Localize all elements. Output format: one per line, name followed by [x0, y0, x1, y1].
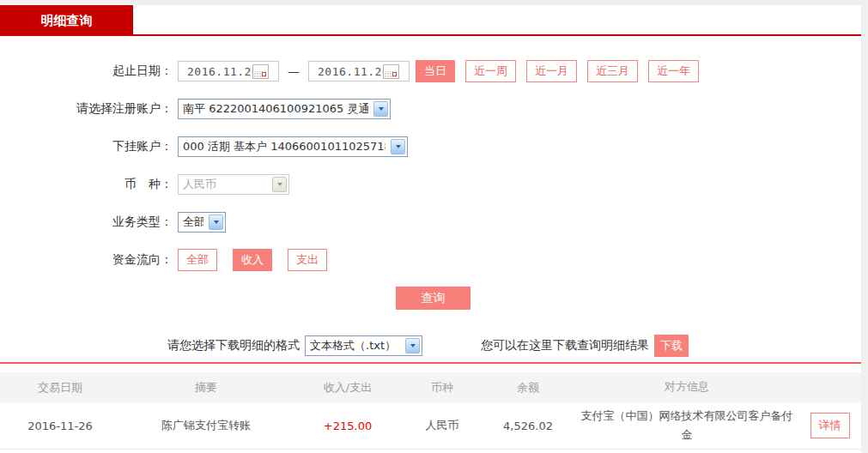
download-format-label: 请您选择下载明细的格式 — [167, 338, 300, 353]
sub-account-label: 下挂账户： — [0, 139, 178, 154]
header-currency: 币种 — [404, 380, 481, 396]
chevron-down-icon[interactable] — [391, 139, 405, 154]
sub-account-select[interactable]: 000 活期 基本户 1406600101102571848 — [178, 136, 408, 157]
header-counterparty: 对方信息 — [575, 378, 798, 396]
range-week-button[interactable]: 近一周 — [465, 60, 516, 82]
header-balance: 余额 — [481, 380, 575, 396]
business-type-select[interactable]: 全部 — [178, 212, 226, 233]
download-hint: 您可以在这里下载查询明细结果 — [481, 338, 649, 353]
cell-counterparty: 支付宝（中国）网络技术有限公司客户备付金 — [575, 407, 798, 444]
tab-detail-query[interactable]: 明细查询 — [0, 5, 133, 36]
date-separator: — — [288, 64, 300, 78]
detail-button[interactable]: 详情 — [810, 413, 850, 438]
cell-currency: 人民币 — [404, 418, 481, 433]
fund-flow-income-button[interactable]: 收入 — [233, 249, 272, 271]
header-amount: 收入/支出 — [292, 380, 404, 396]
range-quarter-button[interactable]: 近三月 — [587, 60, 638, 82]
table-header-row: 交易日期 摘要 收入/支出 币种 余额 对方信息 — [0, 372, 861, 402]
fund-flow-label: 资金流向： — [0, 252, 178, 268]
register-account-value: 南平 6222001406100921065 灵通卡 — [183, 101, 368, 117]
fund-flow-row: 资金流向： 全部 收入 支出 — [0, 249, 861, 271]
currency-row: 币 种： 人民币 — [0, 173, 861, 196]
query-button[interactable]: 查询 — [396, 287, 470, 310]
business-type-value: 全部 — [183, 214, 203, 230]
cell-date: 2016-11-26 — [0, 420, 120, 432]
calendar-icon[interactable] — [383, 64, 399, 79]
register-account-row: 请选择注册账户： 南平 6222001406100921065 灵通卡 — [0, 98, 861, 120]
register-account-select[interactable]: 南平 6222001406100921065 灵通卡 — [178, 99, 391, 119]
download-format-value: 文本格式（.txt） — [310, 338, 400, 353]
table-row: 2016-11-26 陈广锦支付宝转账 +215.00 人民币 4,526.02… — [0, 402, 861, 450]
chevron-down-icon — [272, 177, 287, 192]
cell-balance: 4,526.02 — [481, 420, 575, 432]
date-range-row: 起止日期： — — [0, 60, 861, 82]
red-divider — [0, 362, 861, 364]
cell-summary: 陈广锦支付宝转账 — [120, 418, 292, 433]
query-form: 起止日期： — — [0, 36, 861, 310]
content-area: 明细查询 起止日期： — — [0, 5, 861, 453]
chevron-down-icon[interactable] — [373, 101, 388, 117]
tab-bar: 明细查询 — [0, 5, 861, 36]
start-date-input[interactable] — [178, 61, 279, 82]
sub-account-row: 下挂账户： 000 活期 基本户 1406600101102571848 — [0, 136, 861, 158]
download-button[interactable]: 下载 — [654, 335, 689, 357]
query-button-row: 查询 — [0, 287, 861, 310]
currency-label: 币 种： — [0, 177, 178, 192]
business-type-row: 业务类型： 全部 — [0, 211, 861, 233]
currency-select: 人民币 — [178, 174, 289, 195]
sub-account-value: 000 活期 基本户 1406600101102571848 — [183, 139, 385, 154]
range-month-button[interactable]: 近一月 — [526, 60, 577, 82]
range-today-button[interactable]: 当日 — [416, 60, 455, 82]
cell-amount: +215.00 — [292, 420, 404, 432]
calendar-icon[interactable] — [252, 64, 269, 79]
start-date-value[interactable] — [187, 65, 252, 78]
download-row: 请您选择下载明细的格式 文本格式（.txt） 您可以在这里下载查询明细结果 下载 — [0, 335, 861, 357]
range-year-button[interactable]: 近一年 — [648, 60, 699, 82]
detail-query-page: 明细查询 起止日期： — — [0, 0, 868, 453]
fund-flow-expense-button[interactable]: 支出 — [288, 249, 327, 271]
right-strip — [861, 0, 868, 453]
currency-value: 人民币 — [183, 177, 267, 192]
download-format-select[interactable]: 文本格式（.txt） — [305, 335, 422, 356]
results-table: 交易日期 摘要 收入/支出 币种 余额 对方信息 2016-11-26 陈广锦支… — [0, 372, 861, 450]
fund-flow-all-button[interactable]: 全部 — [178, 249, 217, 271]
end-date-input[interactable] — [308, 61, 410, 82]
chevron-down-icon[interactable] — [405, 338, 420, 353]
register-account-label: 请选择注册账户： — [0, 101, 178, 117]
chevron-down-icon[interactable] — [209, 214, 223, 230]
date-range-label: 起止日期： — [0, 63, 178, 79]
business-type-label: 业务类型： — [0, 214, 178, 230]
header-summary: 摘要 — [120, 380, 292, 396]
end-date-value[interactable] — [318, 65, 383, 78]
header-date: 交易日期 — [0, 380, 120, 396]
cell-actions: 详情 — [798, 413, 861, 438]
